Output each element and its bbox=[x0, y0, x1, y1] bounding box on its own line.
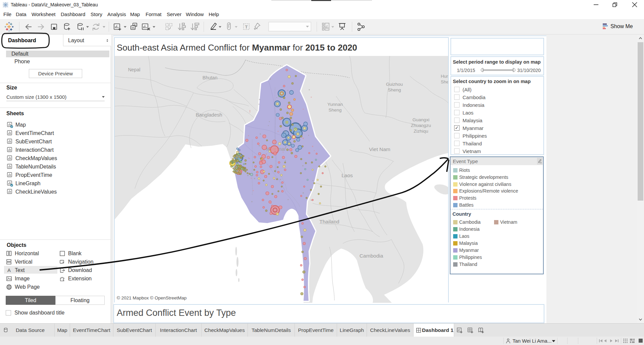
svg-text:Yunnan: Yunnan bbox=[327, 102, 343, 107]
svg-text:She: She bbox=[441, 79, 448, 84]
svg-text:Viet Nam: Viet Nam bbox=[369, 146, 390, 152]
svg-text:© 2021 Mapbox © OpenStreetMap: © 2021 Mapbox © OpenStreetMap bbox=[117, 295, 186, 300]
svg-text:Zizhiqu: Zizhiqu bbox=[414, 129, 428, 134]
svg-text:Sheng: Sheng bbox=[388, 87, 401, 92]
svg-text:Guizhou: Guizhou bbox=[386, 82, 403, 87]
svg-text:Nepal: Nepal bbox=[128, 67, 141, 72]
svg-text:Hun: Hun bbox=[441, 74, 448, 79]
svg-text:A: A bbox=[7, 267, 11, 273]
svg-text:Cambodia: Cambodia bbox=[360, 253, 383, 259]
svg-text:Sheng: Sheng bbox=[328, 108, 341, 113]
svg-text:Bangladesh: Bangladesh bbox=[196, 112, 222, 118]
svg-text:Zhuangzu: Zhuangzu bbox=[411, 123, 431, 128]
svg-text:T: T bbox=[245, 24, 248, 29]
svg-text:Laos: Laos bbox=[341, 172, 353, 178]
svg-text:Guangxi: Guangxi bbox=[413, 117, 429, 122]
svg-text:Bhutan: Bhutan bbox=[203, 75, 217, 80]
svg-text:Thailand: Thailand bbox=[319, 219, 339, 224]
